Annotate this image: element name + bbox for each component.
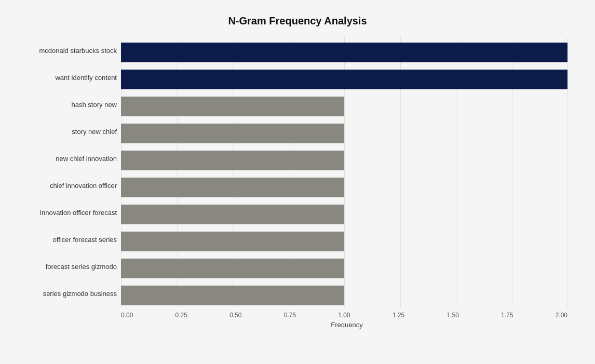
bar — [121, 286, 344, 305]
bar — [121, 232, 344, 251]
grid-line — [567, 37, 568, 307]
x-tick: 1.00 — [338, 312, 350, 319]
bar-row: new chief innovation — [121, 145, 567, 172]
bar-row: story new chief — [121, 118, 567, 145]
bar-label: series gizmodo business — [22, 290, 117, 298]
x-axis-label: Frequency — [121, 321, 573, 329]
x-tick: 2.00 — [556, 312, 567, 319]
bar-row: mcdonald starbucks stock — [121, 37, 567, 64]
x-tick: 1.25 — [393, 312, 404, 319]
bar-row: chief innovation officer — [121, 172, 567, 199]
plot-area: mcdonald starbucks stockwant identify co… — [121, 37, 567, 307]
plot-wrapper: mcdonald starbucks stockwant identify co… — [22, 37, 573, 307]
x-tick: 0.75 — [284, 312, 296, 319]
bar — [121, 205, 344, 224]
x-tick: 1.50 — [447, 312, 458, 319]
x-tick: 0.00 — [121, 312, 133, 319]
bar-label: hash story new — [22, 101, 117, 109]
bar-label: want identify content — [22, 74, 117, 82]
bar-row: innovation officer forecast — [121, 199, 567, 226]
bar-label: new chief innovation — [22, 155, 117, 163]
x-tick: 0.50 — [229, 312, 241, 319]
bar — [121, 178, 344, 197]
x-axis: 0.000.250.500.751.001.251.501.752.00 — [121, 312, 567, 319]
bar-row: forecast series gizmodo — [121, 253, 567, 280]
bar-label: mcdonald starbucks stock — [22, 47, 117, 55]
bar — [121, 151, 344, 170]
bar-label: chief innovation officer — [22, 182, 117, 190]
bar-row: series gizmodo business — [121, 280, 567, 307]
x-tick: 0.25 — [175, 312, 187, 319]
bar — [121, 43, 567, 62]
chart-title: N-Gram Frequency Analysis — [22, 15, 573, 27]
bar-label: story new chief — [22, 128, 117, 136]
bar — [121, 124, 344, 143]
bar-row: hash story new — [121, 91, 567, 118]
x-tick: 1.75 — [501, 312, 513, 319]
bar — [121, 70, 567, 89]
bar — [121, 97, 344, 116]
chart-container: N-Gram Frequency Analysis mcdonald starb… — [12, 5, 583, 360]
bar-label: officer forecast series — [22, 236, 117, 244]
bar-row: officer forecast series — [121, 226, 567, 253]
bar — [121, 259, 344, 278]
bar-row: want identify content — [121, 64, 567, 91]
bar-label: forecast series gizmodo — [22, 263, 117, 271]
bar-label: innovation officer forecast — [22, 209, 117, 217]
